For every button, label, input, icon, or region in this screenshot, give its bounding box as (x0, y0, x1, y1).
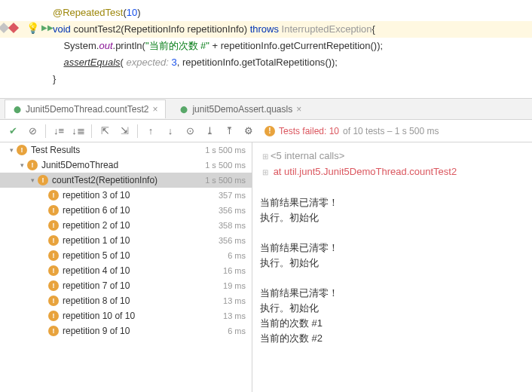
fold-icon[interactable]: ⊞ (260, 149, 271, 164)
scroll-stack-icon[interactable]: ⊙ (182, 123, 198, 139)
intention-bulb-icon[interactable]: 💡 (26, 20, 39, 36)
test-runner-panel: ✔ ⊘ ↓≡ ↓≣ ⇱ ⇲ ↑ ↓ ⊙ ⤓ ⤒ ⚙ ! Tests failed… (0, 120, 532, 392)
chevron-down-icon[interactable]: ▾ (27, 176, 38, 184)
gutter: 💡 ▶▶ (0, 20, 54, 36)
tree-repetition[interactable]: !repetition 7 of 1019 ms (0, 278, 252, 293)
fail-icon: ! (38, 175, 48, 185)
expand-all-icon[interactable]: ⇱ (96, 123, 113, 139)
tab-quasls[interactable]: ⬤ junit5DemoAssert.quasls × (172, 100, 309, 118)
fail-icon: ! (48, 250, 59, 261)
export-icon[interactable]: ⤒ (221, 123, 237, 139)
test-status: ! Tests failed: 10 of 10 tests – 1 s 500… (264, 126, 439, 136)
tree-root[interactable]: ▾ ! Test Results 1 s 500 ms (0, 142, 252, 158)
tree-repetition[interactable]: !repetition 10 of 1013 ms (0, 308, 252, 323)
tree-class[interactable]: ▾ ! Junit5DemoThread 1 s 500 ms (0, 158, 252, 173)
tree-repetition[interactable]: !repetition 9 of 106 ms (0, 323, 252, 338)
console-output[interactable]: ⊞<5 internal calls> ⊞ at util.junt5.Juni… (252, 142, 532, 392)
fail-icon: ! (48, 235, 59, 246)
fail-icon: ! (48, 296, 59, 306)
sort-duration-icon[interactable]: ↓≣ (70, 123, 87, 139)
close-icon[interactable]: × (152, 104, 157, 115)
separator (91, 124, 92, 138)
fail-icon: ! (48, 280, 59, 291)
tree-repetition[interactable]: !repetition 5 of 106 ms (0, 248, 252, 263)
annotation: @RepeatedTest (53, 7, 123, 18)
code-editor[interactable]: 💡 ▶▶ @RepeatedTest(10) void countTest2(R… (0, 0, 532, 99)
close-icon[interactable]: × (296, 104, 301, 115)
fail-icon: ! (48, 205, 59, 216)
run-tab-bar: ⬤ Junit5DemoThread.countTest2 × ⬤ junit5… (0, 99, 532, 120)
tab-count-test2[interactable]: ⬤ Junit5DemoThread.countTest2 × (5, 100, 166, 118)
tree-repetition[interactable]: !repetition 6 of 10356 ms (0, 203, 252, 218)
fail-icon: ! (48, 190, 59, 201)
breakpoint-icon[interactable] (8, 23, 19, 33)
show-passed-icon[interactable]: ✔ (5, 123, 21, 139)
tree-repetition[interactable]: !repetition 4 of 1016 ms (0, 263, 252, 278)
collapse-all-icon[interactable]: ⇲ (116, 123, 133, 139)
run-config-icon: ⬤ (13, 105, 22, 114)
separator (137, 124, 138, 138)
fail-icon: ! (48, 265, 59, 276)
prev-failed-icon[interactable]: ↑ (142, 123, 159, 139)
fail-icon: ! (17, 145, 27, 155)
settings-icon[interactable]: ⚙ (240, 123, 257, 139)
test-toolbar: ✔ ⊘ ↓≡ ↓≣ ⇱ ⇲ ↑ ↓ ⊙ ⤓ ⤒ ⚙ ! Tests failed… (0, 120, 532, 142)
tree-method[interactable]: ▾ ! countTest2(RepetitionInfo) 1 s 500 m… (0, 173, 252, 188)
tree-repetition[interactable]: !repetition 8 of 1013 ms (0, 293, 252, 308)
fail-icon: ! (27, 160, 38, 170)
next-failed-icon[interactable]: ↓ (162, 123, 179, 139)
fail-badge-icon: ! (264, 126, 275, 136)
chevron-down-icon[interactable]: ▾ (17, 161, 27, 169)
run-config-icon: ⬤ (179, 105, 188, 114)
show-ignored-icon[interactable]: ⊘ (24, 123, 41, 139)
run-gutter-icon[interactable]: ▶▶ (41, 20, 54, 36)
tree-repetition[interactable]: !repetition 3 of 10357 ms (0, 188, 252, 203)
tree-repetition[interactable]: !repetition 1 of 10356 ms (0, 233, 252, 248)
fail-icon: ! (48, 220, 59, 231)
chevron-down-icon[interactable]: ▾ (6, 146, 17, 154)
tree-repetition[interactable]: !repetition 2 of 10358 ms (0, 218, 252, 233)
fail-icon: ! (48, 311, 59, 321)
separator (45, 124, 46, 138)
sort-alpha-icon[interactable]: ↓≡ (50, 123, 67, 139)
import-icon[interactable]: ⤓ (201, 123, 218, 139)
fail-icon: ! (48, 326, 59, 336)
fold-icon[interactable]: ⊞ (260, 165, 271, 180)
test-tree[interactable]: ▾ ! Test Results 1 s 500 ms ▾ ! Junit5De… (0, 142, 252, 392)
